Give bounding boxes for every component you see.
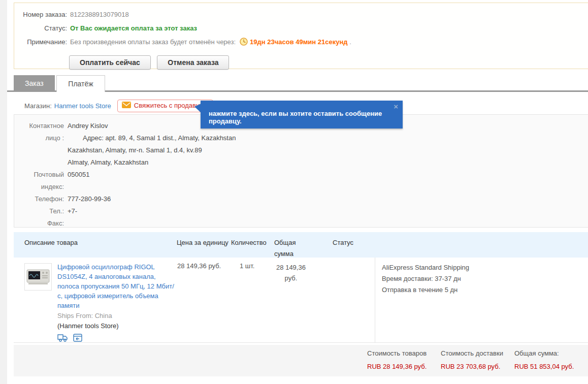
countdown-suffix: . <box>349 38 351 46</box>
cancel-order-button[interactable]: Отмена заказа <box>157 55 229 70</box>
page-left-gutter <box>0 0 7 384</box>
contact-person-name: Andrey Kislov <box>68 120 108 132</box>
pay-now-button[interactable]: Оплатить сейчас <box>69 55 151 70</box>
tel-label: Тел.: <box>14 205 64 217</box>
shipping-info: AliExpress Standard Shipping Время доста… <box>382 262 469 296</box>
table-row: Цифровой осциллограф RIGOL DS1054Z, 4 ан… <box>14 258 588 343</box>
tooltip-text: нажмите здесь, если вы хотите оставить с… <box>209 110 391 125</box>
product-image[interactable] <box>24 263 52 291</box>
seller-message-tooltip: нажмите здесь, если вы хотите оставить с… <box>201 101 403 129</box>
order-number-label: Номер заказа: <box>14 10 67 19</box>
store-row: Магазин: Hanmer tools Store Свяжитесь с … <box>24 99 213 112</box>
column-divider <box>375 258 375 343</box>
payment-countdown: 19дн 23часов 49мин 21секунд <box>250 38 347 46</box>
product-title-link[interactable]: Цифровой осциллограф RIGOL DS1054Z, 4 ан… <box>57 262 178 310</box>
order-note-value: Без произведения оплаты заказ будет отме… <box>70 38 351 48</box>
order-number-value: 8122388913079018 <box>70 10 129 19</box>
order-totals-band: Стоимость товаров RUB 28 149,36 руб. Сто… <box>14 345 588 376</box>
product-actions <box>57 334 82 343</box>
contact-person-label-line1: Контактное <box>14 120 64 132</box>
zip-label-line2: индекс: <box>14 181 64 193</box>
store-link[interactable]: Hanmer tools Store <box>54 102 111 110</box>
delivery-time: Время доставки: 37-37 дн <box>382 273 469 284</box>
address-line-3: Almaty, Almaty, Kazakhstan <box>68 156 148 169</box>
quantity-value: 1 шт. <box>240 262 254 270</box>
tab-payment[interactable]: Платёж <box>56 75 105 92</box>
cancel-warning-text: Без произведения оплаты заказ будет отме… <box>70 38 236 46</box>
order-status-value: От Вас ожидается оплата за этот заказ <box>70 24 197 33</box>
zip-label-line1: Почтовый <box>14 169 64 181</box>
dispatch-time: Отправка в течение 5 дн <box>382 284 469 296</box>
tooltip-arrow <box>194 104 201 113</box>
col-description: Описание товара <box>24 237 78 248</box>
package-icon[interactable] <box>73 334 82 343</box>
phone-value: 777-280-99-36 <box>68 193 111 205</box>
fax-label: Факс: <box>14 217 64 230</box>
product-store-name: (Hanmer tools Store) <box>57 322 119 330</box>
items-table-header: Описание товара Цена за единицу Количест… <box>14 232 588 258</box>
col-quantity: Количество <box>231 237 267 248</box>
order-note-label: Примечание: <box>14 38 67 48</box>
order-summary-box: Номер заказа: 8122388913079018 Статус: О… <box>14 3 588 69</box>
envelope-icon <box>122 102 131 110</box>
order-tabs-bar: Заказ Платёж <box>7 75 588 92</box>
clock-icon <box>240 38 248 48</box>
order-number-row: Номер заказа: 8122388913079018 <box>14 10 588 19</box>
col-status: Статус <box>333 237 353 248</box>
truck-icon[interactable] <box>57 334 68 343</box>
close-icon[interactable]: × <box>394 103 398 110</box>
phone-label: Телефон: <box>14 193 64 205</box>
order-status-row: Статус: От Вас ожидается оплата за этот … <box>14 24 588 33</box>
order-note-row: Примечание: Без произведения оплаты зака… <box>14 38 588 48</box>
shipping-method: AliExpress Standard Shipping <box>382 262 469 273</box>
address-line-1: Адрес: apt. 89, 4, Samal 1 dist., Almaty… <box>68 132 236 144</box>
ships-from: Ships From: China <box>57 312 112 319</box>
store-label: Магазин: <box>24 102 52 110</box>
tab-order[interactable]: Заказ <box>14 75 55 92</box>
contact-person-label-line2: лицо : <box>14 132 64 144</box>
total-value: 28 149,36 руб. <box>268 262 314 283</box>
address-line-2: Kazakhstan, Almaty, mr-n. Samal 1, d.4, … <box>68 144 202 156</box>
order-status-label: Статус: <box>14 24 67 33</box>
col-total: Общая сумма <box>274 237 305 260</box>
col-unit-price: Цена за единицу <box>177 237 228 248</box>
order-actions: Оплатить сейчас Отмена заказа <box>69 55 588 70</box>
tel-value: +7- <box>68 205 77 217</box>
contact-info-box: Контактное Andrey Kislov лицо : Адрес: a… <box>14 114 588 228</box>
oscilloscope-image <box>26 269 50 285</box>
unit-price-value: 28 149,36 руб. <box>177 262 221 270</box>
zip-value: 050051 <box>68 169 89 181</box>
